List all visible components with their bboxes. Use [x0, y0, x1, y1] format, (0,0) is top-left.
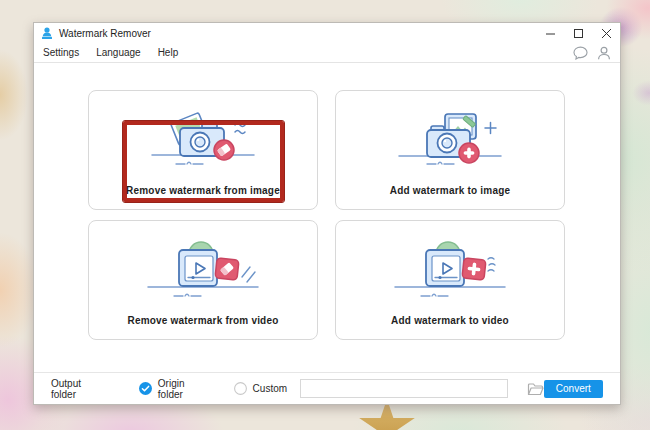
- maximize-button[interactable]: [564, 23, 592, 43]
- card-label: Remove watermark from image: [89, 185, 317, 196]
- custom-folder-radio-unchecked[interactable]: [234, 382, 247, 395]
- video-erase-icon: [138, 231, 268, 307]
- window-title: Watermark Remover: [59, 28, 151, 39]
- custom-path-input[interactable]: [300, 379, 508, 398]
- footer-bar: Output folder Origin folder Custom Conve…: [34, 372, 620, 404]
- folder-open-icon: [527, 382, 544, 396]
- app-window: Watermark Remover Settings Language Help: [33, 22, 621, 405]
- convert-button[interactable]: Convert: [544, 380, 603, 398]
- card-label: Add watermark to image: [336, 185, 564, 196]
- card-add-watermark-to-image[interactable]: Add watermark to image: [335, 90, 565, 210]
- chat-icon[interactable]: [573, 46, 588, 60]
- origin-folder-label[interactable]: Origin folder: [158, 378, 208, 400]
- account-icon[interactable]: [597, 46, 611, 60]
- custom-folder-label[interactable]: Custom: [253, 383, 287, 394]
- output-folder-label: Output folder: [51, 378, 104, 400]
- menubar: Settings Language Help: [34, 43, 620, 63]
- minimize-button[interactable]: [536, 23, 564, 43]
- maximize-icon: [574, 29, 583, 38]
- menu-language[interactable]: Language: [96, 47, 141, 58]
- video-add-icon: [385, 231, 515, 307]
- origin-folder-radio-checked[interactable]: [139, 382, 152, 395]
- close-button[interactable]: [592, 23, 620, 43]
- camera-erase-icon: [138, 101, 268, 175]
- camera-add-icon: [385, 101, 515, 175]
- menu-settings[interactable]: Settings: [43, 47, 79, 58]
- card-remove-watermark-from-video[interactable]: Remove watermark from video: [88, 220, 318, 340]
- app-logo-icon: [41, 27, 53, 40]
- browse-folder-button[interactable]: [527, 381, 544, 397]
- card-label: Remove watermark from video: [89, 315, 317, 326]
- titlebar: Watermark Remover: [34, 23, 620, 43]
- minimize-icon: [546, 29, 555, 38]
- menu-help[interactable]: Help: [158, 47, 179, 58]
- card-remove-watermark-from-image[interactable]: Remove watermark from image: [88, 90, 318, 210]
- card-add-watermark-to-video[interactable]: Add watermark to video: [335, 220, 565, 340]
- card-label: Add watermark to video: [336, 315, 564, 326]
- close-icon: [602, 29, 611, 38]
